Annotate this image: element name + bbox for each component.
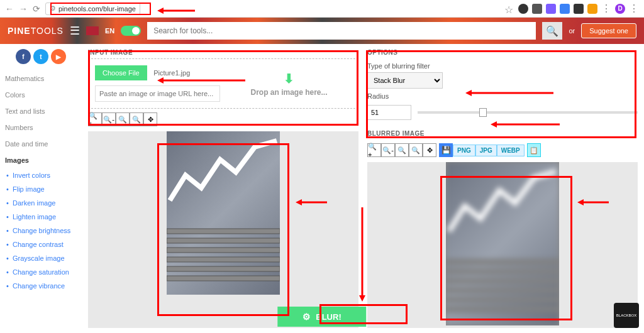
move-icon[interactable]: ✥ [143, 112, 157, 126]
or-label: or [569, 27, 575, 35]
zoom-fit-icon[interactable]: 🔍 [116, 112, 130, 126]
input-preview[interactable] [88, 131, 358, 328]
input-title: INPUT IMAGE [88, 49, 358, 56]
svg-marker-23 [577, 199, 584, 205]
forward-arrow[interactable]: → [19, 4, 28, 14]
arrow-4 [296, 199, 327, 206]
search-input[interactable] [147, 22, 536, 40]
out-move-icon[interactable]: ✥ [423, 143, 436, 157]
svg-rect-8 [446, 307, 559, 312]
sub-flip[interactable]: Flip image [5, 182, 77, 196]
reload-icon[interactable]: ⟳ [33, 4, 40, 14]
webp-button[interactable]: WEBP [497, 145, 525, 156]
choose-file-button[interactable]: Choose File [95, 65, 147, 80]
sub-darken[interactable]: Darken image [5, 196, 77, 210]
lang-label[interactable]: EN [105, 27, 114, 35]
svg-rect-10 [446, 288, 559, 293]
arrow-2 [465, 89, 553, 97]
more-icon[interactable]: ⋮ [601, 3, 611, 14]
logo[interactable]: PINETOOLS [8, 26, 64, 36]
out-zoom-reset-icon[interactable]: 🔍 [409, 143, 423, 157]
arrow-1 [157, 77, 245, 84]
ext-icon-1[interactable] [518, 4, 528, 14]
options-title: OPTIONS [367, 49, 638, 56]
profile-avatar[interactable]: D [615, 4, 625, 14]
svg-rect-4 [167, 257, 280, 262]
png-button[interactable]: PNG [453, 145, 475, 156]
svg-marker-1 [157, 8, 164, 14]
ext-icon-4[interactable] [560, 4, 570, 14]
sub-brightness[interactable]: Change brightness [5, 224, 77, 237]
blackbox-widget[interactable]: BLACKBOX [614, 303, 639, 328]
twitter-icon[interactable]: t [33, 49, 48, 64]
toggle-switch[interactable] [121, 26, 141, 36]
out-zoom-in-icon[interactable]: 🔍+ [367, 143, 381, 157]
filename: Picture1.jpg [153, 69, 190, 77]
svg-rect-12 [446, 269, 559, 274]
svg-rect-3 [167, 266, 280, 271]
zoom-reset-icon[interactable]: 🔍 [130, 112, 143, 126]
out-zoom-out-icon[interactable]: 🔍- [381, 143, 395, 157]
arrow-3 [491, 121, 560, 128]
filter-label: Type of blurring filter [367, 62, 638, 70]
ext-icon-3[interactable] [546, 4, 556, 14]
ext-icon-6[interactable] [587, 4, 597, 14]
cat-images[interactable]: Images [5, 152, 77, 168]
cat-math[interactable]: Mathematics [5, 70, 77, 87]
svg-rect-11 [446, 278, 559, 283]
svg-marker-19 [491, 121, 497, 128]
sidebar: f t ▶ Mathematics Colors Text and lists … [0, 44, 82, 333]
svg-rect-5 [167, 248, 280, 253]
zoom-in-icon[interactable]: 🔍+ [88, 112, 102, 126]
facebook-icon[interactable]: f [16, 49, 31, 64]
svg-rect-2 [167, 276, 280, 281]
out-zoom-fit-icon[interactable]: 🔍 [395, 143, 409, 157]
youtube-icon[interactable]: ▶ [51, 49, 66, 64]
radius-input[interactable] [367, 105, 411, 120]
zoom-out-icon[interactable]: 🔍- [102, 112, 116, 126]
save-icon[interactable]: 💾 [439, 143, 453, 157]
blur-button[interactable]: ⚙ BLUR! [277, 307, 366, 327]
sub-grayscale[interactable]: Grayscale image [5, 251, 77, 265]
svg-rect-7 [167, 229, 280, 234]
svg-marker-25 [359, 295, 365, 302]
arrow-5 [577, 199, 609, 206]
back-arrow[interactable]: ← [5, 4, 14, 14]
jpg-button[interactable]: JPG [475, 145, 497, 156]
svg-rect-6 [167, 238, 280, 243]
menu-dots[interactable]: ⋮ [629, 3, 639, 14]
svg-marker-15 [157, 77, 164, 84]
svg-marker-17 [465, 90, 472, 96]
hamburger-icon[interactable]: ☰ [70, 24, 80, 38]
radius-slider[interactable] [418, 111, 638, 114]
copy-icon[interactable]: 📋 [527, 143, 541, 157]
annotation-url [50, 3, 151, 15]
filter-select[interactable]: Stack Blur [367, 72, 443, 89]
cat-colors[interactable]: Colors [5, 87, 77, 103]
svg-rect-9 [446, 297, 559, 302]
download-icon: ⬇ [284, 71, 294, 86]
cat-date[interactable]: Date and time [5, 136, 77, 152]
star-icon[interactable]: ☆ [504, 4, 514, 14]
suggest-button[interactable]: Suggest one [581, 23, 636, 38]
ext-icon-5[interactable] [574, 4, 584, 14]
slider-thumb[interactable] [479, 108, 487, 117]
sub-vibrance[interactable]: Change vibrance [5, 279, 77, 293]
arrow-6 [358, 207, 366, 302]
flag-icon [86, 26, 99, 35]
output-title: BLURRED IMAGE [367, 130, 638, 137]
sub-invert[interactable]: Invert colors [5, 168, 77, 182]
sub-contrast[interactable]: Change contrast [5, 237, 77, 251]
sub-saturation[interactable]: Change saturation [5, 265, 77, 279]
sub-lighten[interactable]: Lighten image [5, 210, 77, 224]
search-button[interactable]: 🔍 [542, 22, 562, 40]
output-preview[interactable] [367, 162, 638, 328]
cat-numbers[interactable]: Numbers [5, 119, 77, 136]
image-url-input[interactable] [95, 85, 220, 102]
cat-text[interactable]: Text and lists [5, 103, 77, 119]
gear-icon: ⚙ [303, 312, 311, 322]
svg-rect-13 [446, 259, 559, 265]
svg-marker-21 [296, 199, 302, 205]
ext-icon-2[interactable] [532, 4, 542, 14]
arrow-annotation [157, 7, 195, 14]
